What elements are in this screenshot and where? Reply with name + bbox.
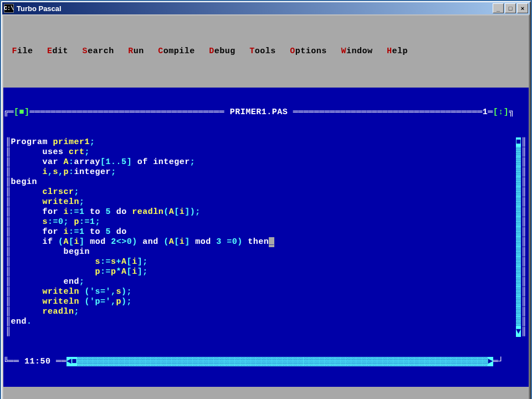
editor-frame-bottom: ╚══ 11:50 ══◄■▒▒▒▒▒▒▒▒▒▒▒▒▒▒▒▒▒▒▒▒▒▒▒▒▒▒… <box>3 357 529 367</box>
menu-search[interactable]: Search <box>77 47 114 56</box>
close-button[interactable]: × <box>517 3 528 13</box>
menu-options[interactable]: Options <box>285 47 327 56</box>
menu-debug[interactable]: Debug <box>204 47 236 56</box>
maximize-button[interactable]: □ <box>505 3 516 13</box>
menu-run[interactable]: Run <box>123 47 144 56</box>
titlebar-ide[interactable]: C:\ Turbo Pascal _ □ × <box>2 2 530 14</box>
menu-tools[interactable]: Tools <box>244 47 276 56</box>
source-editor[interactable]: ║Program primer1;■║║ uses crt;▒║║ var A:… <box>3 137 529 337</box>
window-title: Turbo Pascal <box>17 4 493 13</box>
menu-file[interactable]: File <box>7 47 33 56</box>
menu-edit[interactable]: Edit <box>42 47 69 56</box>
menu-help[interactable]: Help <box>381 47 408 56</box>
minimize-button[interactable]: _ <box>493 3 504 13</box>
editor-frame-top: ╔═[■]═══════════════════════════════════… <box>3 108 529 117</box>
menubar: File Edit Search Run Compile Debug Tools… <box>3 45 529 58</box>
menu-window[interactable]: Window <box>336 47 373 56</box>
cmd-icon: C:\ <box>4 4 14 13</box>
menu-compile[interactable]: Compile <box>153 47 195 56</box>
